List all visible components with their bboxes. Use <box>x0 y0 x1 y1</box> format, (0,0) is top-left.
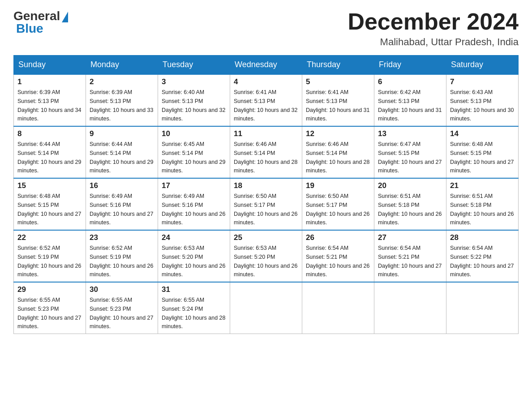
day-number: 9 <box>90 129 154 138</box>
calendar-cell: 14 Sunrise: 6:48 AMSunset: 5:15 PMDaylig… <box>446 126 519 178</box>
calendar-cell: 23 Sunrise: 6:52 AMSunset: 5:19 PMDaylig… <box>86 230 158 282</box>
day-number: 29 <box>17 285 82 294</box>
day-info: Sunrise: 6:50 AMSunset: 5:17 PMDaylight:… <box>306 193 369 226</box>
calendar-cell: 8 Sunrise: 6:44 AMSunset: 5:14 PMDayligh… <box>14 126 86 178</box>
day-number: 22 <box>17 233 82 242</box>
calendar-cell: 30 Sunrise: 6:55 AMSunset: 5:23 PMDaylig… <box>86 282 158 334</box>
day-number: 17 <box>162 181 226 190</box>
day-number: 5 <box>306 77 370 86</box>
day-number: 4 <box>234 77 298 86</box>
day-number: 23 <box>90 233 154 242</box>
day-number: 26 <box>306 233 370 242</box>
calendar-cell: 12 Sunrise: 6:46 AMSunset: 5:14 PMDaylig… <box>302 126 374 178</box>
calendar-cell: 7 Sunrise: 6:43 AMSunset: 5:13 PMDayligh… <box>446 74 519 126</box>
calendar-header-wednesday: Wednesday <box>230 56 302 75</box>
day-number: 25 <box>234 233 298 242</box>
calendar-cell <box>230 282 302 334</box>
day-number: 30 <box>90 285 154 294</box>
day-info: Sunrise: 6:51 AMSunset: 5:18 PMDaylight:… <box>450 193 514 226</box>
day-number: 28 <box>450 233 515 242</box>
calendar-cell <box>302 282 374 334</box>
day-number: 8 <box>17 129 82 138</box>
day-number: 1 <box>17 77 82 86</box>
day-info: Sunrise: 6:55 AMSunset: 5:23 PMDaylight:… <box>17 297 81 330</box>
calendar-week-row-4: 22 Sunrise: 6:52 AMSunset: 5:19 PMDaylig… <box>14 230 519 282</box>
logo: General Blue <box>13 9 68 36</box>
day-number: 12 <box>306 129 370 138</box>
calendar-cell: 6 Sunrise: 6:42 AMSunset: 5:13 PMDayligh… <box>374 74 446 126</box>
calendar-cell: 26 Sunrise: 6:54 AMSunset: 5:21 PMDaylig… <box>302 230 374 282</box>
day-number: 14 <box>450 129 515 138</box>
day-info: Sunrise: 6:45 AMSunset: 5:14 PMDaylight:… <box>162 141 225 174</box>
day-info: Sunrise: 6:49 AMSunset: 5:16 PMDaylight:… <box>162 193 225 226</box>
day-info: Sunrise: 6:53 AMSunset: 5:20 PMDaylight:… <box>234 245 297 278</box>
calendar-cell: 3 Sunrise: 6:40 AMSunset: 5:13 PMDayligh… <box>158 74 230 126</box>
day-number: 19 <box>306 181 370 190</box>
day-number: 2 <box>90 77 154 86</box>
calendar-cell: 20 Sunrise: 6:51 AMSunset: 5:18 PMDaylig… <box>374 178 446 230</box>
calendar-week-row-1: 1 Sunrise: 6:39 AMSunset: 5:13 PMDayligh… <box>14 74 519 126</box>
day-info: Sunrise: 6:51 AMSunset: 5:18 PMDaylight:… <box>378 193 442 226</box>
day-number: 10 <box>162 129 226 138</box>
calendar-header-row: SundayMondayTuesdayWednesdayThursdayFrid… <box>14 56 519 75</box>
day-info: Sunrise: 6:43 AMSunset: 5:13 PMDaylight:… <box>450 89 514 122</box>
calendar-header-monday: Monday <box>86 56 158 75</box>
calendar-cell <box>446 282 519 334</box>
day-info: Sunrise: 6:48 AMSunset: 5:15 PMDaylight:… <box>17 193 81 226</box>
day-info: Sunrise: 6:47 AMSunset: 5:15 PMDaylight:… <box>378 141 442 174</box>
day-info: Sunrise: 6:53 AMSunset: 5:20 PMDaylight:… <box>162 245 225 278</box>
day-number: 15 <box>17 181 82 190</box>
month-title: December 2024 <box>348 9 519 34</box>
calendar-header-thursday: Thursday <box>302 56 374 75</box>
day-info: Sunrise: 6:55 AMSunset: 5:24 PMDaylight:… <box>162 297 225 330</box>
calendar-cell: 31 Sunrise: 6:55 AMSunset: 5:24 PMDaylig… <box>158 282 230 334</box>
day-number: 13 <box>378 129 442 138</box>
day-number: 11 <box>234 129 298 138</box>
calendar-cell: 21 Sunrise: 6:51 AMSunset: 5:18 PMDaylig… <box>446 178 519 230</box>
day-info: Sunrise: 6:54 AMSunset: 5:21 PMDaylight:… <box>378 245 442 278</box>
title-area: December 2024 Malihabad, Uttar Pradesh, … <box>348 9 519 48</box>
day-info: Sunrise: 6:46 AMSunset: 5:14 PMDaylight:… <box>306 141 369 174</box>
day-info: Sunrise: 6:40 AMSunset: 5:13 PMDaylight:… <box>162 89 225 122</box>
day-info: Sunrise: 6:52 AMSunset: 5:19 PMDaylight:… <box>90 245 153 278</box>
day-info: Sunrise: 6:46 AMSunset: 5:14 PMDaylight:… <box>234 141 297 174</box>
day-info: Sunrise: 6:54 AMSunset: 5:22 PMDaylight:… <box>450 245 514 278</box>
calendar-cell: 24 Sunrise: 6:53 AMSunset: 5:20 PMDaylig… <box>158 230 230 282</box>
day-number: 20 <box>378 181 442 190</box>
calendar-cell: 1 Sunrise: 6:39 AMSunset: 5:13 PMDayligh… <box>14 74 86 126</box>
location-text: Malihabad, Uttar Pradesh, India <box>348 36 519 48</box>
day-number: 21 <box>450 181 515 190</box>
calendar-cell: 2 Sunrise: 6:39 AMSunset: 5:13 PMDayligh… <box>86 74 158 126</box>
calendar-cell: 16 Sunrise: 6:49 AMSunset: 5:16 PMDaylig… <box>86 178 158 230</box>
calendar-cell: 11 Sunrise: 6:46 AMSunset: 5:14 PMDaylig… <box>230 126 302 178</box>
calendar-header-saturday: Saturday <box>446 56 519 75</box>
calendar-cell: 9 Sunrise: 6:44 AMSunset: 5:14 PMDayligh… <box>86 126 158 178</box>
calendar-table: SundayMondayTuesdayWednesdayThursdayFrid… <box>13 55 519 334</box>
day-number: 31 <box>162 285 226 294</box>
calendar-cell: 22 Sunrise: 6:52 AMSunset: 5:19 PMDaylig… <box>14 230 86 282</box>
calendar-week-row-5: 29 Sunrise: 6:55 AMSunset: 5:23 PMDaylig… <box>14 282 519 334</box>
day-info: Sunrise: 6:52 AMSunset: 5:19 PMDaylight:… <box>17 245 81 278</box>
calendar-header-sunday: Sunday <box>14 56 86 75</box>
day-info: Sunrise: 6:55 AMSunset: 5:23 PMDaylight:… <box>90 297 153 330</box>
calendar-cell: 13 Sunrise: 6:47 AMSunset: 5:15 PMDaylig… <box>374 126 446 178</box>
day-number: 24 <box>162 233 226 242</box>
calendar-cell: 15 Sunrise: 6:48 AMSunset: 5:15 PMDaylig… <box>14 178 86 230</box>
calendar-cell: 27 Sunrise: 6:54 AMSunset: 5:21 PMDaylig… <box>374 230 446 282</box>
calendar-week-row-2: 8 Sunrise: 6:44 AMSunset: 5:14 PMDayligh… <box>14 126 519 178</box>
calendar-cell: 10 Sunrise: 6:45 AMSunset: 5:14 PMDaylig… <box>158 126 230 178</box>
day-info: Sunrise: 6:50 AMSunset: 5:17 PMDaylight:… <box>234 193 297 226</box>
day-info: Sunrise: 6:39 AMSunset: 5:13 PMDaylight:… <box>17 89 81 122</box>
day-info: Sunrise: 6:49 AMSunset: 5:16 PMDaylight:… <box>90 193 153 226</box>
calendar-cell: 25 Sunrise: 6:53 AMSunset: 5:20 PMDaylig… <box>230 230 302 282</box>
page-header: General Blue December 2024 Malihabad, Ut… <box>13 9 519 48</box>
calendar-cell: 17 Sunrise: 6:49 AMSunset: 5:16 PMDaylig… <box>158 178 230 230</box>
day-info: Sunrise: 6:39 AMSunset: 5:13 PMDaylight:… <box>90 89 153 122</box>
day-number: 16 <box>90 181 154 190</box>
day-info: Sunrise: 6:41 AMSunset: 5:13 PMDaylight:… <box>306 89 369 122</box>
day-info: Sunrise: 6:42 AMSunset: 5:13 PMDaylight:… <box>378 89 442 122</box>
day-info: Sunrise: 6:44 AMSunset: 5:14 PMDaylight:… <box>90 141 153 174</box>
day-number: 7 <box>450 77 515 86</box>
calendar-cell: 29 Sunrise: 6:55 AMSunset: 5:23 PMDaylig… <box>14 282 86 334</box>
calendar-cell: 19 Sunrise: 6:50 AMSunset: 5:17 PMDaylig… <box>302 178 374 230</box>
